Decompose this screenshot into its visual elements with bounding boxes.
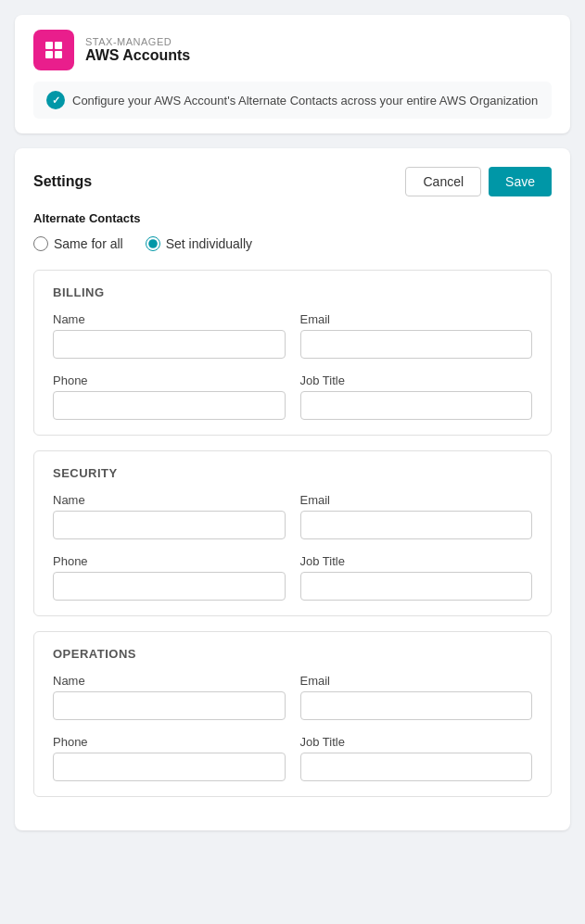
operations-row-2: Phone Job Title — [53, 735, 532, 781]
settings-card: Settings Cancel Save Alternate Contacts … — [15, 148, 570, 830]
operations-email-label: Email — [300, 674, 533, 688]
security-email-input[interactable] — [300, 511, 533, 539]
radio-set-individually-input[interactable] — [146, 236, 160, 251]
operations-section-title: OPERATIONS — [53, 647, 532, 661]
operations-phone-label: Phone — [53, 735, 286, 749]
radio-same-for-all[interactable]: Same for all — [33, 236, 123, 251]
check-icon — [46, 91, 65, 109]
security-jobtitle-group: Job Title — [300, 554, 533, 601]
operations-name-label: Name — [53, 674, 286, 688]
billing-name-group: Name — [53, 312, 286, 359]
operations-email-group: Email — [300, 674, 533, 720]
security-section: SECURITY Name Email Phone Job Title — [33, 450, 552, 616]
svg-rect-3 — [55, 51, 62, 58]
app-icon — [33, 30, 74, 70]
settings-title: Settings — [33, 173, 92, 190]
security-name-group: Name — [53, 493, 286, 539]
info-text: Configure your AWS Account's Alternate C… — [72, 94, 538, 108]
operations-email-input[interactable] — [300, 691, 533, 720]
billing-phone-group: Phone — [53, 373, 286, 420]
operations-jobtitle-group: Job Title — [300, 735, 533, 781]
operations-phone-group: Phone — [53, 735, 286, 781]
button-group: Cancel Save — [405, 167, 552, 196]
radio-set-individually-label: Set individually — [166, 236, 252, 251]
billing-section: BILLING Name Email Phone Job Title — [33, 270, 552, 436]
svg-rect-1 — [55, 42, 62, 49]
header-text: STAX-MANAGED AWS Accounts — [85, 36, 190, 64]
header-top: STAX-MANAGED AWS Accounts — [33, 30, 552, 70]
radio-same-for-all-input[interactable] — [33, 236, 48, 251]
settings-header: Settings Cancel Save — [33, 167, 552, 196]
cancel-button[interactable]: Cancel — [405, 167, 481, 196]
billing-jobtitle-label: Job Title — [300, 373, 533, 387]
operations-section: OPERATIONS Name Email Phone Job Title — [33, 631, 552, 797]
billing-email-group: Email — [300, 312, 533, 359]
security-phone-label: Phone — [53, 554, 286, 568]
app-subtitle: STAX-MANAGED — [85, 36, 190, 47]
app-title: AWS Accounts — [85, 47, 190, 64]
billing-email-label: Email — [300, 312, 533, 326]
radio-group: Same for all Set individually — [33, 236, 552, 251]
operations-jobtitle-label: Job Title — [300, 735, 533, 749]
security-jobtitle-label: Job Title — [300, 554, 533, 568]
security-row-1: Name Email — [53, 493, 532, 539]
operations-name-group: Name — [53, 674, 286, 720]
operations-phone-input[interactable] — [53, 753, 286, 781]
alternate-contacts-label: Alternate Contacts — [33, 211, 552, 225]
svg-rect-2 — [45, 51, 53, 58]
svg-rect-0 — [45, 42, 53, 49]
security-phone-input[interactable] — [53, 572, 286, 601]
billing-phone-input[interactable] — [53, 391, 286, 420]
info-bar: Configure your AWS Account's Alternate C… — [33, 82, 552, 119]
billing-jobtitle-group: Job Title — [300, 373, 533, 420]
billing-jobtitle-input[interactable] — [300, 391, 533, 420]
security-email-group: Email — [300, 493, 533, 539]
operations-name-input[interactable] — [53, 691, 286, 720]
billing-phone-label: Phone — [53, 373, 286, 387]
security-email-label: Email — [300, 493, 533, 507]
security-row-2: Phone Job Title — [53, 554, 532, 601]
header-card: STAX-MANAGED AWS Accounts Configure your… — [15, 15, 570, 133]
billing-email-input[interactable] — [300, 330, 533, 359]
operations-row-1: Name Email — [53, 674, 532, 720]
radio-set-individually[interactable]: Set individually — [146, 236, 252, 251]
save-button[interactable]: Save — [489, 167, 552, 196]
security-phone-group: Phone — [53, 554, 286, 601]
security-name-input[interactable] — [53, 511, 286, 539]
billing-name-input[interactable] — [53, 330, 286, 359]
billing-section-title: BILLING — [53, 285, 532, 299]
security-jobtitle-input[interactable] — [300, 572, 533, 601]
radio-same-for-all-label: Same for all — [54, 236, 123, 251]
billing-name-label: Name — [53, 312, 286, 326]
security-section-title: SECURITY — [53, 466, 532, 480]
billing-row-1: Name Email — [53, 312, 532, 359]
operations-jobtitle-input[interactable] — [300, 753, 533, 781]
security-name-label: Name — [53, 493, 286, 507]
billing-row-2: Phone Job Title — [53, 373, 532, 420]
